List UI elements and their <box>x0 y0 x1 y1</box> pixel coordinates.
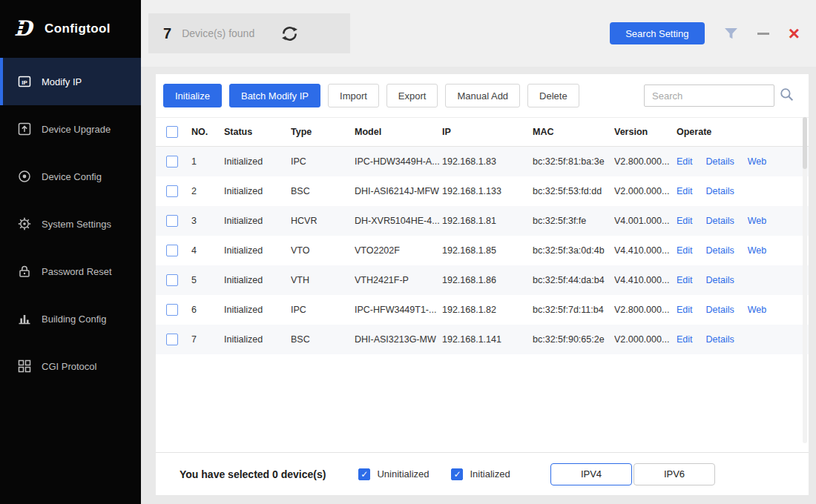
uninitialized-checkbox[interactable] <box>358 468 370 480</box>
sidebar-item-building-config[interactable]: Building Config <box>0 295 141 342</box>
row-mac: bc:32:5f:53:fd:dd <box>533 186 614 196</box>
operate-cell: EditDetailsWeb <box>677 216 809 226</box>
row-status: Initialized <box>224 305 291 315</box>
col-type: Type <box>291 127 355 137</box>
web-link[interactable]: Web <box>748 216 766 226</box>
sidebar-item-label: Device Config <box>42 171 102 182</box>
row-no: 3 <box>191 216 224 226</box>
devices-found-label: Device(s) found <box>182 27 254 39</box>
col-model: Model <box>355 127 442 137</box>
row-checkbox[interactable] <box>166 215 178 227</box>
refresh-icon[interactable] <box>281 25 298 42</box>
row-model: DHI-ASI6214J-MFW <box>355 186 442 196</box>
web-link[interactable]: Web <box>748 305 766 315</box>
details-link[interactable]: Details <box>706 156 734 167</box>
scrollbar-thumb[interactable] <box>803 117 807 169</box>
edit-link[interactable]: Edit <box>677 186 693 196</box>
row-status: Initialized <box>224 334 291 345</box>
cgi-protocol-icon <box>18 359 31 373</box>
row-version: V2.000.000... <box>614 186 677 196</box>
details-link[interactable]: Details <box>706 334 734 345</box>
scrollbar[interactable] <box>803 117 807 443</box>
row-type: IPC <box>291 305 355 315</box>
device-panel: Initialize Batch Modify IP Import Export… <box>156 74 809 495</box>
filter-icon[interactable] <box>724 27 738 40</box>
search-icon[interactable] <box>780 87 794 104</box>
row-checkbox[interactable] <box>166 156 178 168</box>
delete-button[interactable]: Delete <box>527 84 579 107</box>
edit-link[interactable]: Edit <box>677 216 693 226</box>
row-model: VTH2421F-P <box>355 275 442 285</box>
row-no: 1 <box>191 156 224 167</box>
details-link[interactable]: Details <box>706 245 734 256</box>
app-logo: D Configtool <box>0 0 141 58</box>
batch-modify-ip-button[interactable]: Batch Modify IP <box>229 84 320 107</box>
sidebar-item-label: Building Config <box>42 314 106 325</box>
details-link[interactable]: Details <box>706 216 734 226</box>
row-ip: 192.168.1.81 <box>442 216 533 226</box>
row-ip: 192.168.1.83 <box>442 156 533 167</box>
row-mac: bc:32:5f:3f:fe <box>533 216 614 226</box>
uninitialized-filter[interactable]: Uninitialized <box>358 468 429 480</box>
row-checkbox[interactable] <box>166 245 178 256</box>
import-button[interactable]: Import <box>328 84 379 107</box>
details-link[interactable]: Details <box>706 275 734 285</box>
details-link[interactable]: Details <box>706 305 734 315</box>
building-config-icon <box>18 312 31 325</box>
table-header: NO. Status Type Model IP MAC Version Ope… <box>156 117 809 147</box>
row-ip: 192.168.1.141 <box>442 334 533 345</box>
edit-link[interactable]: Edit <box>677 156 693 167</box>
sidebar-item-system-settings[interactable]: System Settings <box>0 200 141 248</box>
row-status: Initialized <box>224 245 291 256</box>
ipv4-button[interactable]: IPV4 <box>550 463 632 485</box>
row-version: V4.410.000... <box>614 245 677 256</box>
app-title: Configtool <box>45 21 111 36</box>
ip-version-toggle: IPV4 IPV6 <box>550 463 715 485</box>
row-no: 5 <box>191 275 224 285</box>
sidebar-item-device-upgrade[interactable]: Device Upgrade <box>0 105 141 153</box>
details-link[interactable]: Details <box>706 186 734 196</box>
sidebar-item-device-config[interactable]: Device Config <box>0 153 141 200</box>
svg-text:IP: IP <box>22 79 27 86</box>
edit-link[interactable]: Edit <box>677 245 693 256</box>
row-status: Initialized <box>224 216 291 226</box>
minimize-icon[interactable] <box>757 33 769 35</box>
sidebar-item-modify-ip[interactable]: IP Modify IP <box>0 58 141 105</box>
initialized-checkbox[interactable] <box>451 468 463 480</box>
sidebar-item-label: System Settings <box>42 219 111 230</box>
toolbar: Initialize Batch Modify IP Import Export… <box>156 74 809 117</box>
row-mac: bc:32:5f:44:da:b4 <box>533 275 614 285</box>
operate-cell: EditDetailsWeb <box>677 245 809 256</box>
row-no: 6 <box>191 305 224 315</box>
search-input[interactable] <box>644 84 774 107</box>
row-ip: 192.168.1.82 <box>442 305 533 315</box>
device-config-icon <box>18 170 31 183</box>
main-area: 7 Device(s) found Search Setting <box>141 0 816 504</box>
row-checkbox[interactable] <box>166 274 178 286</box>
web-link[interactable]: Web <box>748 156 766 167</box>
initialize-button[interactable]: Initialize <box>163 84 222 107</box>
row-type: BSC <box>291 334 355 345</box>
web-link[interactable]: Web <box>748 245 766 256</box>
close-icon[interactable]: × <box>789 24 800 43</box>
manual-add-button[interactable]: Manual Add <box>445 84 520 107</box>
edit-link[interactable]: Edit <box>677 275 693 285</box>
select-all-checkbox[interactable] <box>166 126 178 138</box>
row-checkbox[interactable] <box>166 304 178 316</box>
ipv6-button[interactable]: IPV6 <box>634 463 715 485</box>
row-checkbox[interactable] <box>166 185 178 197</box>
search-setting-button[interactable]: Search Setting <box>610 22 705 44</box>
row-checkbox[interactable] <box>166 334 178 345</box>
operate-cell: EditDetails <box>677 275 809 285</box>
edit-link[interactable]: Edit <box>677 334 693 345</box>
initialized-label: Initialized <box>470 468 510 480</box>
initialized-filter[interactable]: Initialized <box>451 468 510 480</box>
operate-cell: EditDetailsWeb <box>677 156 809 167</box>
sidebar-item-cgi-protocol[interactable]: CGI Protocol <box>0 342 141 390</box>
col-version: Version <box>614 127 677 137</box>
table-row: 3 Initialized HCVR DH-XVR5104HE-4... 192… <box>156 206 809 236</box>
export-button[interactable]: Export <box>386 84 438 107</box>
edit-link[interactable]: Edit <box>677 305 693 315</box>
sidebar-item-password-reset[interactable]: Password Reset <box>0 248 141 295</box>
col-mac: MAC <box>533 127 614 137</box>
